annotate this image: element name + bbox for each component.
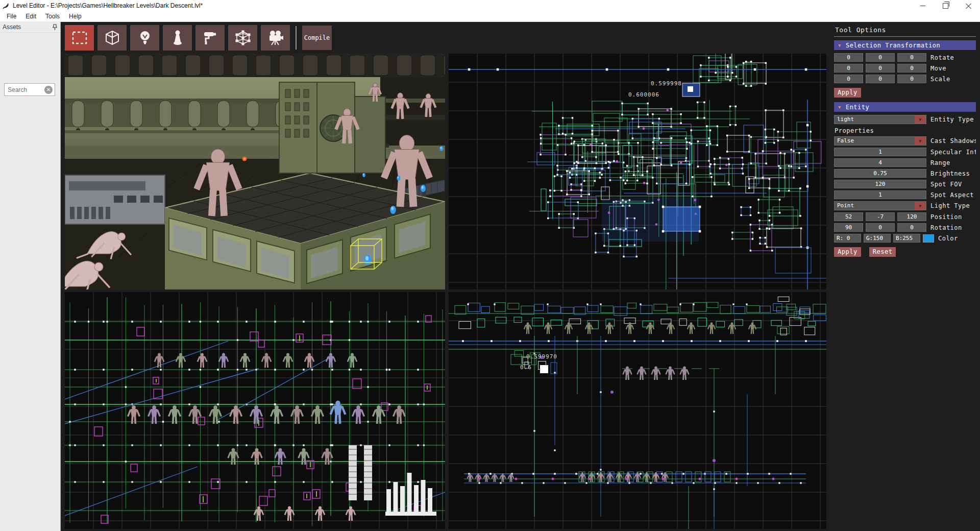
spot-aspect-field[interactable]: 1: [834, 190, 926, 199]
entity-type-dropdown[interactable]: light ▼: [834, 115, 926, 124]
menu-edit[interactable]: Edit: [21, 12, 41, 21]
position-z-field[interactable]: 120: [897, 212, 926, 221]
light-type-label: Light Type: [930, 202, 970, 209]
viewport-side[interactable]: 0.599970 0.6: [449, 292, 826, 529]
close-button[interactable]: [957, 0, 980, 11]
paint-tool-button[interactable]: [195, 25, 225, 51]
specular-field[interactable]: 1: [834, 148, 926, 156]
entity-apply-button[interactable]: Apply: [834, 247, 861, 257]
light-type-row: Point ▼ Light Type: [834, 201, 976, 210]
editor-center: Compile 0.599998 0.600006: [61, 22, 830, 531]
rotate-z-field[interactable]: 0: [897, 53, 926, 62]
assets-panel: Assets ✕: [0, 22, 61, 531]
scale-z-field[interactable]: 0: [897, 75, 926, 83]
level-editor-window: Level Editor - E:\Projects\Games\Hellbre…: [0, 0, 980, 531]
compile-button[interactable]: Compile: [302, 26, 332, 50]
entity-type-row: light ▼ Entity Type: [834, 115, 976, 124]
mesh-cube-icon: [235, 30, 251, 46]
move-x-field[interactable]: 0: [834, 64, 863, 73]
light-tool-button[interactable]: [130, 25, 159, 51]
rotation-label: Rotation: [930, 224, 962, 231]
spot-fov-field[interactable]: 120: [834, 180, 926, 188]
collapse-triangle-icon: ▼: [838, 105, 841, 110]
spot-fov-row: 120 Spot FOV: [834, 180, 976, 188]
scale-label: Scale: [930, 76, 950, 83]
move-row: 0 0 0 Move: [834, 64, 976, 73]
scale-y-field[interactable]: 0: [866, 75, 895, 83]
color-row: R: 0 G:150 B:255 Color: [834, 234, 976, 243]
measure-label: 0.599998: [651, 80, 682, 87]
brush-tool-button[interactable]: [97, 25, 127, 51]
specular-label: Specular Inten: [930, 149, 976, 156]
search-box: ✕: [4, 83, 55, 96]
viewport-3d[interactable]: [65, 54, 445, 289]
minimize-icon: [920, 6, 925, 6]
brightness-field[interactable]: 0.75: [834, 169, 926, 178]
light-type-dropdown[interactable]: Point ▼: [834, 201, 926, 210]
spot-aspect-row: 1 Spot Aspect Ra: [834, 190, 976, 199]
restore-button[interactable]: [934, 0, 957, 11]
specular-row: 1 Specular Inten: [834, 148, 976, 156]
rotation-y-field[interactable]: 0: [866, 223, 895, 232]
menu-file[interactable]: File: [2, 12, 21, 21]
mesh-tool-button[interactable]: [228, 25, 257, 51]
rotation-x-field[interactable]: 90: [834, 223, 863, 232]
rotation-z-field[interactable]: 0: [897, 223, 926, 232]
selection-marquee-icon: [72, 31, 87, 44]
assets-panel-header: Assets: [0, 22, 60, 33]
brightness-label: Brightness: [930, 170, 970, 177]
menu-help[interactable]: Help: [64, 12, 86, 21]
light-bulb-icon: [139, 30, 151, 45]
rotate-label: Rotate: [930, 54, 954, 61]
color-b-field[interactable]: B:255: [893, 234, 920, 243]
position-y-field[interactable]: -7: [866, 212, 895, 221]
minimize-button[interactable]: [911, 0, 934, 11]
viewport-top[interactable]: 0.599998 0.600006: [449, 54, 826, 289]
chevron-down-icon: ▼: [915, 137, 926, 145]
menu-tools[interactable]: Tools: [41, 12, 64, 21]
selection-transformation-header[interactable]: ▼ Selection Transformation: [834, 40, 976, 50]
move-label: Move: [930, 65, 946, 72]
rotate-row: 0 0 0 Rotate: [834, 53, 976, 62]
close-icon: [966, 3, 971, 9]
range-label: Range: [930, 159, 950, 166]
color-swatch[interactable]: [923, 234, 934, 243]
collapse-triangle-icon: ▼: [838, 43, 841, 48]
assets-title: Assets: [3, 23, 21, 31]
rotate-x-field[interactable]: 0: [834, 53, 863, 62]
range-field[interactable]: 4: [834, 158, 926, 167]
pawn-icon: [172, 30, 183, 45]
position-x-field[interactable]: 52: [834, 212, 863, 221]
rotate-y-field[interactable]: 0: [866, 53, 895, 62]
brightness-row: 0.75 Brightness: [834, 169, 976, 178]
move-y-field[interactable]: 0: [866, 64, 895, 73]
search-input[interactable]: [5, 86, 44, 94]
entity-tool-button[interactable]: [163, 25, 192, 51]
camera-icon: [267, 30, 284, 45]
position-row: 52 -7 120 Position: [834, 212, 976, 221]
entity-type-label: Entity Type: [930, 116, 974, 123]
color-g-field[interactable]: G:150: [864, 234, 891, 243]
cast-shadows-row: False ▼ Cast Shadows: [834, 136, 976, 146]
cast-shadows-dropdown[interactable]: False ▼: [834, 136, 926, 146]
window-title: Level Editor - E:\Projects\Games\Hellbre…: [13, 2, 911, 9]
panel-title: Tool Options: [834, 24, 976, 37]
select-tool-button[interactable]: [65, 25, 94, 51]
color-r-field[interactable]: R: 0: [834, 234, 861, 243]
camera-tool-button[interactable]: [261, 25, 290, 51]
move-z-field[interactable]: 0: [897, 64, 926, 73]
position-label: Position: [930, 213, 962, 221]
entity-reset-button[interactable]: Reset: [869, 247, 896, 257]
measure-label: 0.600006: [628, 91, 659, 98]
scale-row: 0 0 0 Scale: [834, 75, 976, 83]
paint-roller-icon: [203, 31, 217, 45]
scale-x-field[interactable]: 0: [834, 75, 863, 83]
menubar: File Edit Tools Help: [0, 11, 980, 22]
entity-header[interactable]: ▼ Entity: [834, 102, 976, 112]
clear-search-icon[interactable]: ✕: [44, 86, 53, 94]
pin-icon[interactable]: [52, 24, 58, 31]
transform-apply-button[interactable]: Apply: [834, 88, 861, 98]
toolbar-separator: [296, 26, 297, 50]
viewport-front[interactable]: [65, 292, 445, 529]
spot-aspect-label: Spot Aspect Ra: [930, 191, 976, 199]
